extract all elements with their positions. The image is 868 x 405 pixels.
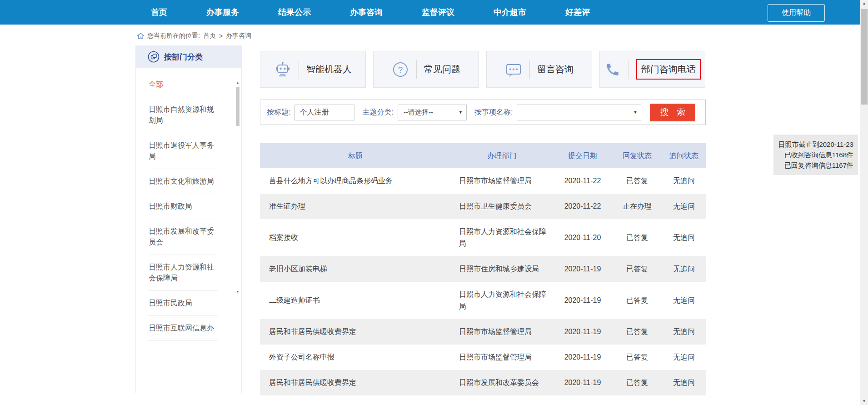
row-date: 2020-11-20 bbox=[553, 225, 612, 250]
title-search-input[interactable] bbox=[294, 105, 354, 120]
sidebar-item-civil-affairs[interactable]: 日照市民政局 bbox=[149, 291, 218, 316]
breadcrumb-home[interactable]: 首页 bbox=[203, 32, 216, 40]
row-dept: 日照市市场监督管理局 bbox=[451, 319, 553, 345]
row-title-link[interactable]: 居民和非居民供暖收费界定 bbox=[260, 319, 451, 345]
tab-label: 常见问题 bbox=[424, 63, 460, 75]
svg-text:?: ? bbox=[398, 65, 403, 75]
table-row: 居民和非居民供暖收费界定 日照市市场监督管理局 2020-11-19 已答复 无… bbox=[260, 319, 706, 345]
nav-item-home[interactable]: 首页 bbox=[151, 7, 167, 18]
tab-label: 留言咨询 bbox=[537, 63, 574, 75]
column-header-date: 提交日期 bbox=[553, 150, 612, 162]
topic-select-value: --请选择-- bbox=[404, 108, 456, 117]
row-reply-status: 已答复 bbox=[612, 288, 662, 313]
home-icon bbox=[137, 33, 144, 39]
sidebar-item-culture-tourism[interactable]: 日照市文化和旅游局 bbox=[149, 169, 218, 194]
row-dept: 日照市市场监督管理局 bbox=[451, 345, 553, 370]
tab-faq[interactable]: ? 常见问题 bbox=[373, 51, 479, 88]
sidebar-item-natural-resources[interactable]: 日照市自然资源和规划局 bbox=[149, 97, 218, 133]
consult-tab-row: 智能机器人 ? 常见问题 bbox=[260, 51, 706, 88]
nav-item-results[interactable]: 结果公示 bbox=[278, 7, 311, 18]
tab-message-consult[interactable]: 留言咨询 bbox=[486, 51, 592, 88]
column-header-follow: 追问状态 bbox=[662, 150, 706, 162]
topic-select[interactable]: --请选择-- ▼ bbox=[398, 105, 467, 120]
tab-divider bbox=[629, 60, 629, 79]
nav-item-agency[interactable]: 中介超市 bbox=[494, 7, 526, 18]
row-title-link[interactable]: 准生证办理 bbox=[260, 194, 451, 219]
column-header-dept: 办理部门 bbox=[451, 150, 553, 162]
message-icon bbox=[505, 61, 522, 78]
nav-item-services[interactable]: 办事服务 bbox=[206, 7, 239, 18]
row-date: 2020-11-19 bbox=[553, 345, 612, 370]
row-reply-status: 正在办理 bbox=[612, 194, 662, 219]
topic-filter-label: 主题分类: bbox=[362, 108, 393, 117]
help-button[interactable]: 使用帮助 bbox=[768, 4, 825, 22]
row-title-link[interactable]: 二级建造师证书 bbox=[260, 288, 451, 313]
column-header-title: 标题 bbox=[260, 150, 451, 162]
breadcrumb-separator: > bbox=[219, 32, 223, 40]
tab-divider bbox=[299, 60, 299, 79]
row-title-link[interactable]: 莒县什么地方可以办理商品条形码业务 bbox=[260, 168, 451, 194]
row-reply-status: 已答复 bbox=[612, 256, 662, 282]
row-date: 2020-11-19 bbox=[553, 256, 612, 282]
row-date: 2020-11-22 bbox=[553, 194, 612, 219]
sidebar-scrollbar[interactable]: ▲ ▼ bbox=[235, 80, 240, 294]
row-title-link[interactable]: 老旧小区加装电梯 bbox=[260, 256, 451, 282]
sidebar-item-development-reform[interactable]: 日照市发展和改革委员会 bbox=[149, 219, 218, 255]
row-reply-status: 已答复 bbox=[612, 168, 662, 194]
top-navigation: 首页 办事服务 结果公示 办事咨询 监督评议 中介超市 好差评 使用帮助 bbox=[0, 0, 868, 25]
column-header-reply: 回复状态 bbox=[612, 150, 662, 162]
row-title-link[interactable]: 档案接收 bbox=[260, 225, 451, 250]
sidebar-item-internet-info[interactable]: 日照市互联网信息办 bbox=[149, 316, 218, 341]
phone-icon bbox=[604, 61, 621, 78]
chevron-down-icon: ▼ bbox=[459, 110, 463, 115]
breadcrumb-prefix: 您当前所在的位置: bbox=[147, 32, 200, 40]
row-follow-status: 无追问 bbox=[662, 194, 706, 219]
row-follow-status: 无追问 bbox=[662, 345, 706, 370]
consultation-table: 标题 办理部门 提交日期 回复状态 追问状态 莒县什么地方可以办理商品条形码业务… bbox=[260, 143, 706, 395]
row-reply-status: 已答复 bbox=[612, 370, 662, 395]
tab-smart-robot[interactable]: 智能机器人 bbox=[260, 51, 366, 88]
chevron-down-icon: ▼ bbox=[633, 110, 637, 115]
sidebar-item-veterans[interactable]: 日照市退役军人事务局 bbox=[149, 133, 218, 169]
sidebar-scrollbar-thumb[interactable] bbox=[236, 87, 239, 126]
scroll-down-icon[interactable]: ▼ bbox=[860, 398, 868, 405]
sidebar-header: 按部门分类 bbox=[136, 46, 241, 68]
nav-item-rating[interactable]: 好差评 bbox=[565, 7, 590, 18]
sidebar-item-finance[interactable]: 日照市财政局 bbox=[149, 194, 218, 219]
tab-department-phone[interactable]: 部门咨询电话 bbox=[599, 51, 705, 88]
row-title-link[interactable]: 居民和非居民供暖收费界定 bbox=[260, 370, 451, 395]
page-scrollbar-thumb[interactable] bbox=[861, 9, 868, 105]
row-follow-status: 无追问 bbox=[662, 288, 706, 313]
robot-icon bbox=[274, 61, 291, 78]
main-panel: 智能机器人 ? 常见问题 bbox=[260, 45, 706, 395]
table-header-row: 标题 办理部门 提交日期 回复状态 追问状态 bbox=[260, 143, 706, 168]
row-reply-status: 已答复 bbox=[612, 225, 662, 250]
row-follow-status: 无追问 bbox=[662, 256, 706, 282]
sidebar-item-human-resources[interactable]: 日照市人力资源和社会保障局 bbox=[149, 255, 218, 291]
nav-item-supervision[interactable]: 监督评议 bbox=[422, 7, 454, 18]
nav-item-consult[interactable]: 办事咨询 bbox=[350, 7, 383, 18]
row-reply-status: 已答复 bbox=[612, 345, 662, 370]
sidebar-scroll-down-icon[interactable]: ▼ bbox=[235, 290, 240, 294]
tab-label: 智能机器人 bbox=[306, 63, 352, 75]
item-select[interactable]: ▼ bbox=[517, 105, 641, 120]
row-dept: 日照市人力资源和社会保障局 bbox=[451, 219, 553, 256]
row-follow-status: 无追问 bbox=[662, 168, 706, 194]
row-date: 2020-11-19 bbox=[553, 288, 612, 313]
row-title-link[interactable]: 外资子公司名称申报 bbox=[260, 345, 451, 370]
row-date: 2020-11-19 bbox=[553, 319, 612, 345]
row-date: 2020-11-19 bbox=[553, 370, 612, 395]
sidebar-scroll-up-icon[interactable]: ▲ bbox=[235, 80, 240, 85]
row-follow-status: 无追问 bbox=[662, 370, 706, 395]
stats-line-replied: 已回复咨询信息1167件 bbox=[777, 160, 853, 170]
question-icon: ? bbox=[392, 61, 409, 78]
scroll-up-icon[interactable]: ▲ bbox=[860, 0, 868, 7]
row-follow-status: 无追问 bbox=[662, 225, 706, 250]
page-scrollbar[interactable]: ▲ ▼ bbox=[860, 0, 868, 405]
table-body: 莒县什么地方可以办理商品条形码业务 日照市市场监督管理局 2020-11-22 … bbox=[260, 168, 706, 395]
tab-label-highlighted: 部门咨询电话 bbox=[636, 59, 701, 80]
search-button[interactable]: 搜 索 bbox=[650, 104, 695, 121]
table-row: 居民和非居民供暖收费界定 日照市发展和改革委员会 2020-11-19 已答复 … bbox=[260, 370, 706, 395]
sidebar-item-all[interactable]: 全部 bbox=[149, 72, 218, 97]
table-row: 档案接收 日照市人力资源和社会保障局 2020-11-20 已答复 无追问 bbox=[260, 219, 706, 256]
